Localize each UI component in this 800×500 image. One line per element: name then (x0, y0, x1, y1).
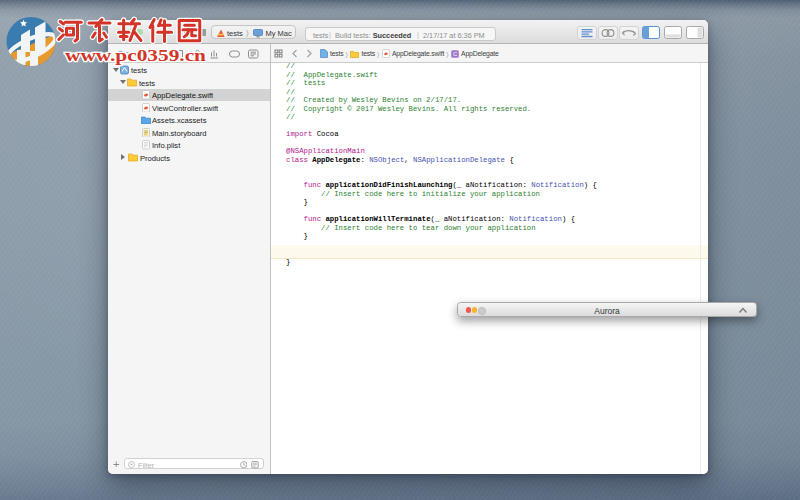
svg-text:www.pc0359.cn: www.pc0359.cn (65, 46, 207, 65)
